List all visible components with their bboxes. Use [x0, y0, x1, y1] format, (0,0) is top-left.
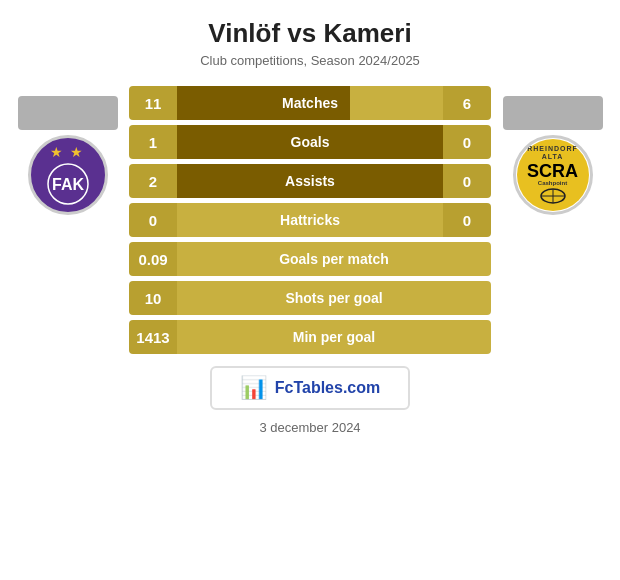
matches-bar: Matches: [177, 86, 443, 120]
scra-logo: RHEINDORF ALTA SCRA Cashpoint: [513, 135, 593, 215]
scra-inner: RHEINDORF ALTA SCRA Cashpoint: [517, 139, 589, 211]
hattricks-left-val: 0: [129, 203, 177, 237]
stat-row-shots-per-goal: 10 Shots per goal: [129, 281, 491, 315]
min-per-goal-label: Min per goal: [293, 329, 375, 345]
shots-per-goal-bar: Shots per goal: [177, 281, 491, 315]
goals-per-match-label: Goals per match: [279, 251, 389, 267]
matches-label: Matches: [282, 95, 338, 111]
goals-per-match-bar: Goals per match: [177, 242, 491, 276]
austria-crest-icon: FAK: [46, 162, 90, 206]
right-shape: [503, 96, 603, 130]
scra-volleyball-icon: [539, 187, 567, 205]
hattricks-label: Hattricks: [280, 212, 340, 228]
goals-per-match-left-val: 0.09: [129, 242, 177, 276]
stat-row-matches: 11 Matches 6: [129, 86, 491, 120]
stat-row-min-per-goal: 1413 Min per goal: [129, 320, 491, 354]
date-footer: 3 december 2024: [259, 420, 360, 435]
hattricks-right-val: 0: [443, 203, 491, 237]
left-shape: [18, 96, 118, 130]
matches-right-val: 6: [443, 86, 491, 120]
stat-row-goals: 1 Goals 0: [129, 125, 491, 159]
scra-main-text: SCRA: [527, 162, 578, 180]
fctables-chart-icon: 📊: [240, 375, 267, 401]
scra-top-text: RHEINDORF ALTA: [517, 145, 589, 162]
matches-left-val: 11: [129, 86, 177, 120]
right-team: RHEINDORF ALTA SCRA Cashpoint: [495, 86, 610, 215]
goals-label: Goals: [291, 134, 330, 150]
assists-right-val: 0: [443, 164, 491, 198]
stat-row-goals-per-match: 0.09 Goals per match: [129, 242, 491, 276]
stats-area: 11 Matches 6 1 Goals 0 2: [125, 86, 495, 354]
goals-bar: Goals: [177, 125, 443, 159]
match-title: Vinlöf vs Kameri: [10, 18, 610, 49]
min-per-goal-left-val: 1413: [129, 320, 177, 354]
fctables-logo[interactable]: 📊 FcTables.com: [210, 366, 410, 410]
scra-sub-text: Cashpoint: [538, 180, 567, 187]
main-content: ★ ★ FAK 11 Matches 6: [0, 76, 620, 354]
header: Vinlöf vs Kameri Club competitions, Seas…: [0, 0, 620, 76]
stat-row-hattricks: 0 Hattricks 0: [129, 203, 491, 237]
min-per-goal-bar: Min per goal: [177, 320, 491, 354]
goals-right-val: 0: [443, 125, 491, 159]
goals-left-val: 1: [129, 125, 177, 159]
hattricks-bar: Hattricks: [177, 203, 443, 237]
assists-bar: Assists: [177, 164, 443, 198]
svg-text:FAK: FAK: [52, 176, 84, 193]
stat-row-assists: 2 Assists 0: [129, 164, 491, 198]
app-container: Vinlöf vs Kameri Club competitions, Seas…: [0, 0, 620, 580]
match-subtitle: Club competitions, Season 2024/2025: [10, 53, 610, 68]
austria-stars: ★ ★: [50, 144, 86, 160]
left-team: ★ ★ FAK: [10, 86, 125, 215]
shots-per-goal-label: Shots per goal: [285, 290, 382, 306]
assists-label: Assists: [285, 173, 335, 189]
fctables-text: FcTables.com: [275, 379, 381, 397]
shots-per-goal-left-val: 10: [129, 281, 177, 315]
austria-logo: ★ ★ FAK: [28, 135, 108, 215]
assists-left-val: 2: [129, 164, 177, 198]
